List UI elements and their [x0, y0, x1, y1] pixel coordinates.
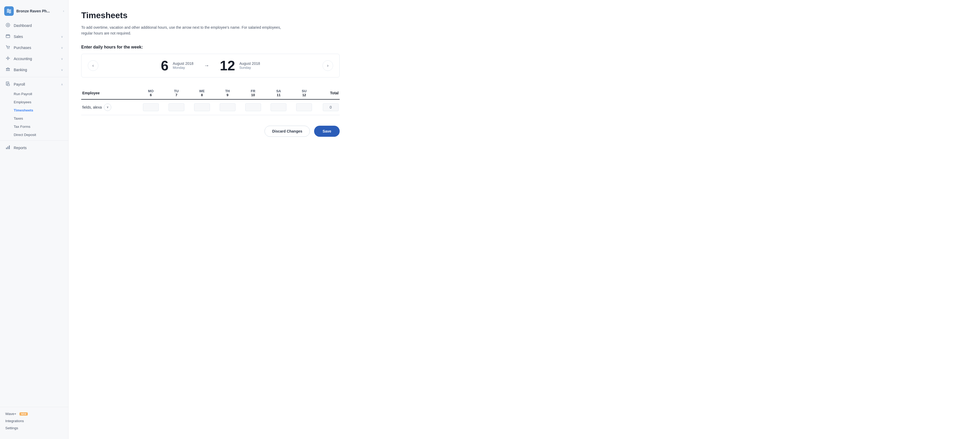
we-hours-input[interactable]	[194, 103, 210, 111]
date-display: 6 August 2018 Monday → 12 August 2018 Su…	[99, 59, 323, 73]
sa-col-header: SA 11	[266, 87, 291, 99]
su-num: 12	[293, 93, 316, 97]
sidebar-item-tax-forms[interactable]: Tax Forms	[0, 122, 68, 131]
end-month: August 2018	[239, 62, 260, 66]
accounting-icon	[5, 56, 11, 62]
sales-chevron-icon: ∨	[61, 35, 63, 38]
svg-rect-8	[6, 147, 7, 149]
payroll-icon	[5, 81, 11, 87]
week-label: Enter daily hours for the week:	[81, 45, 967, 49]
tu-abbr: TU	[174, 89, 178, 93]
start-day: 6	[161, 59, 169, 73]
brand-chevron-icon: ›	[63, 9, 64, 13]
mo-num: 6	[139, 93, 162, 97]
timesheets-label: Timesheets	[14, 108, 33, 112]
fr-col-header: FR 10	[240, 87, 266, 99]
svg-point-0	[6, 23, 10, 27]
sa-num: 11	[267, 93, 290, 97]
prev-week-button[interactable]: ‹	[88, 60, 99, 71]
timesheet-table: Employee MO 6 TU 7 WE 8 TH 9	[81, 87, 340, 115]
reports-icon	[5, 145, 11, 151]
svg-point-1	[7, 24, 9, 26]
next-week-button[interactable]: ›	[323, 60, 333, 71]
sidebar-item-run-payroll[interactable]: Run Payroll	[0, 90, 68, 98]
we-num: 8	[190, 93, 214, 97]
wave-plus-badge: NEW	[19, 412, 28, 415]
sidebar-item-payroll-label: Payroll	[14, 82, 25, 86]
sales-icon	[5, 34, 11, 40]
sidebar-item-reports[interactable]: Reports	[0, 142, 68, 153]
sidebar-item-direct-deposit[interactable]: Direct Deposit	[0, 131, 68, 139]
sidebar-item-payroll[interactable]: Payroll ∧	[0, 79, 68, 90]
sidebar-item-employees[interactable]: Employees	[0, 98, 68, 106]
sa-hours-input[interactable]	[270, 103, 286, 111]
purchases-chevron-icon: ∨	[61, 46, 63, 49]
sa-hours-cell	[266, 100, 291, 115]
accounting-chevron-icon: ∨	[61, 57, 63, 60]
brand-button[interactable]: Bronze Raven Ph... ›	[0, 4, 68, 20]
employee-expand-button[interactable]: ∨	[104, 103, 111, 111]
we-abbr: WE	[199, 89, 205, 93]
employee-cell: fields, alexa ∨	[81, 100, 138, 115]
sidebar-item-timesheets[interactable]: Timesheets	[0, 106, 68, 114]
th-hours-cell	[215, 100, 240, 115]
sidebar-item-reports-label: Reports	[14, 146, 27, 150]
we-hours-cell	[189, 100, 215, 115]
sidebar-item-accounting[interactable]: Accounting ∨	[0, 53, 68, 64]
sidebar-item-dashboard[interactable]: Dashboard	[0, 20, 68, 31]
sidebar-item-purchases[interactable]: Purchases ∨	[0, 42, 68, 53]
start-date-info: August 2018 Monday	[173, 62, 194, 70]
wave-plus-label: Wave+	[5, 412, 16, 416]
fr-abbr: FR	[251, 89, 255, 93]
page-description: To add overtime, vacation and other addi…	[81, 24, 292, 36]
th-col-header: TH 9	[215, 87, 240, 99]
save-button[interactable]: Save	[314, 126, 340, 137]
sidebar-item-banking[interactable]: Banking ∨	[0, 64, 68, 75]
th-hours-input[interactable]	[220, 103, 235, 111]
end-day: 12	[220, 59, 235, 73]
date-arrow-icon: →	[204, 62, 209, 68]
banking-chevron-icon: ∨	[61, 68, 63, 72]
su-hours-input[interactable]	[296, 103, 312, 111]
mo-hours-cell	[138, 100, 164, 115]
fr-hours-input[interactable]	[245, 103, 261, 111]
sidebar-item-accounting-label: Accounting	[14, 57, 32, 61]
actions-row: Discard Changes Save	[81, 126, 340, 137]
svg-point-4	[9, 48, 9, 49]
direct-deposit-label: Direct Deposit	[14, 133, 36, 137]
nav-divider	[0, 77, 68, 77]
svg-rect-7	[7, 84, 10, 86]
sidebar-item-settings[interactable]: Settings	[5, 425, 63, 432]
discard-changes-button[interactable]: Discard Changes	[264, 126, 310, 137]
sa-abbr: SA	[276, 89, 281, 93]
total-input[interactable]	[323, 103, 339, 111]
integrations-label: Integrations	[5, 419, 24, 423]
fr-num: 10	[241, 93, 265, 97]
settings-label: Settings	[5, 426, 18, 430]
page-title: Timesheets	[81, 11, 967, 20]
start-month: August 2018	[173, 62, 194, 66]
sidebar-item-sales[interactable]: Sales ∨	[0, 31, 68, 42]
sidebar-item-integrations[interactable]: Integrations	[5, 417, 63, 425]
mo-hours-input[interactable]	[143, 103, 159, 111]
dashboard-icon	[5, 23, 11, 29]
sidebar-item-dashboard-label: Dashboard	[14, 24, 32, 28]
end-weekday: Sunday	[239, 66, 260, 70]
sidebar-item-wave-plus[interactable]: Wave+ NEW	[5, 410, 63, 417]
svg-rect-2	[6, 35, 10, 38]
su-hours-cell	[291, 100, 317, 115]
employee-name: fields, alexa	[82, 105, 102, 109]
we-col-header: WE 8	[189, 87, 215, 99]
date-range-picker: ‹ 6 August 2018 Monday → 12 August 2018 …	[81, 54, 340, 78]
total-col-header: Total	[317, 87, 340, 99]
svg-point-5	[7, 57, 9, 59]
total-cell	[317, 100, 340, 115]
tu-num: 7	[165, 93, 188, 97]
tu-hours-input[interactable]	[169, 103, 185, 111]
th-abbr: TH	[225, 89, 230, 93]
th-num: 9	[216, 93, 239, 97]
sidebar-item-taxes[interactable]: Taxes	[0, 114, 68, 122]
end-date-info: August 2018 Sunday	[239, 62, 260, 70]
mo-col-header: MO 6	[138, 87, 164, 99]
brand-logo	[4, 6, 14, 16]
